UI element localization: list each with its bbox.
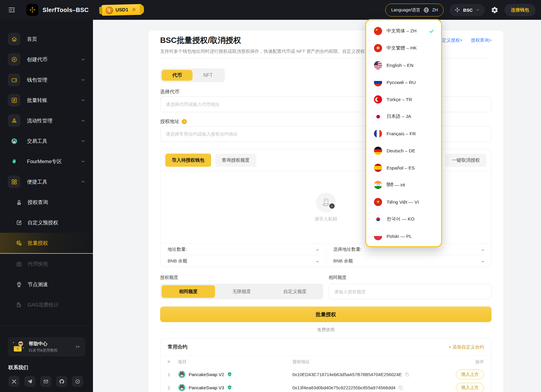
flag-icon (374, 232, 382, 240)
language-option[interactable]: 日本語 – JA (366, 108, 441, 125)
info-icon[interactable]: i (182, 119, 187, 124)
language-option[interactable]: Tiếng Việt — VI (366, 193, 441, 211)
language-option[interactable]: Türkçe – TR (366, 91, 441, 108)
stat-row: BNB 余额 – (333, 255, 484, 267)
language-option-label: 日本語 – JA (387, 113, 411, 120)
add-custom-contract-link[interactable]: + 添加自定义合约 (449, 344, 484, 350)
language-option[interactable]: 中文简体 – ZH (366, 22, 441, 40)
social-link-button[interactable] (8, 376, 19, 387)
language-option[interactable]: 한국어 — KO (366, 211, 441, 228)
chevron-icon (80, 57, 86, 62)
chevron-icon (80, 179, 86, 184)
language-option[interactable]: Русский – RU (366, 74, 441, 91)
fill-above-button[interactable]: 填入上方 (456, 383, 484, 392)
batch-approve-button[interactable]: 批量授权 (160, 307, 492, 322)
stat-row: BNB 余额 – (168, 255, 319, 267)
row-index: 1 (168, 372, 178, 377)
usd1-banner[interactable]: 1 USD1 (101, 4, 142, 16)
copy-icon[interactable] (405, 372, 410, 377)
sidebar-item[interactable]: 创建代币 (0, 49, 93, 70)
approve-query-link[interactable]: 授权查询> (471, 37, 492, 43)
sidebar-item-label: 批量转账 (27, 97, 47, 104)
stat-value: – (316, 259, 318, 264)
allowance-option[interactable]: 自定义额度 (268, 285, 322, 298)
sidebar-item[interactable]: 自定义预授权 (0, 212, 93, 233)
sidebar-item[interactable]: 流动性管理 (0, 110, 93, 131)
tab[interactable]: 代币 (162, 70, 193, 81)
sidebar-item-icon (8, 53, 20, 66)
help-texts: 帮助中心 白皮书&使用教程 (29, 341, 58, 353)
chevron-icon (80, 118, 86, 123)
usd1-label: USD1 (115, 7, 128, 13)
connect-wallet-button[interactable]: 连接钱包 (504, 4, 536, 16)
settings-button[interactable] (491, 6, 498, 14)
flag-icon (374, 130, 382, 138)
sidebar-item[interactable]: 代币快照 (0, 254, 93, 274)
import-wallets-button[interactable]: 导入待授权钱包 (165, 154, 211, 167)
social-link-button[interactable] (56, 376, 67, 387)
language-code: ZH (432, 7, 438, 12)
table-row: 2 PancakeSwap V3 0x13f4ea83d0bd40e75c822… (160, 381, 491, 392)
sidebar-item[interactable]: 首页 (0, 29, 93, 49)
revoke-all-button[interactable]: 一键取消授权 (445, 154, 486, 167)
sidebar-item[interactable]: 批量转账 (0, 90, 93, 110)
sidebar-item[interactable]: 交易工具 (0, 131, 93, 151)
sidebar-item-icon (8, 114, 20, 127)
sidebar-item[interactable]: FourMeme专区 (0, 151, 93, 172)
sidebar-item-icon (16, 199, 22, 205)
stat-label: 选择地址数量: (333, 247, 362, 252)
social-link-button[interactable] (72, 376, 83, 387)
stat-value: – (316, 247, 318, 252)
help-center-card[interactable]: 帮助中心 白皮书&使用教程 (8, 337, 85, 356)
network-selector[interactable]: BSC (450, 4, 485, 16)
stat-row: 地址数量: – (168, 244, 319, 255)
sidebar-item[interactable]: 节点测速 (0, 274, 93, 295)
language-option-label: Polski — PL (387, 234, 412, 239)
flag-icon (374, 78, 382, 86)
sidebar-item[interactable]: 授权查询 (0, 192, 93, 212)
language-option[interactable]: 中文繁體 – HK (366, 40, 441, 57)
sidebar-item[interactable]: GAS花费统计 (0, 295, 93, 315)
sidebar-item-label: 节点测速 (28, 281, 48, 288)
social-link-button[interactable] (40, 376, 51, 387)
contract-address: 0x13f4ea83d0bd40e75c8222255bc855a974568d… (292, 385, 396, 390)
contracts-title: 常用合约 (168, 344, 187, 350)
language-option[interactable]: Français – FR (366, 125, 441, 142)
mascot-icon (12, 340, 25, 353)
sidebar-collapse-icon[interactable] (8, 6, 16, 14)
common-contracts-box: 常用合约 + 添加自定义合约 # 项目 授权地址 操作 1 PancakeSwa… (160, 338, 492, 392)
language-selector[interactable]: Language/语言 ZH (385, 4, 444, 16)
social-icon (59, 379, 64, 384)
language-option-label: Deutsch – DE (387, 148, 415, 154)
allowance-amount-input[interactable] (329, 284, 492, 299)
topbar-controls: Language/语言 ZH BSC 连接钱包 (385, 4, 536, 16)
allowance-option[interactable]: 相同额度 (162, 285, 215, 298)
language-option[interactable]: English – EN (366, 57, 441, 74)
pancakeswap-avatar (178, 384, 186, 392)
chevron-down-icon (475, 7, 480, 12)
sidebar-item-label: 便捷工具 (27, 178, 47, 185)
language-option[interactable]: हिंदी — HI (366, 176, 441, 193)
sidebar-item[interactable]: 钱包管理 (0, 70, 93, 90)
tab[interactable]: NFT (193, 70, 223, 81)
social-icon (43, 379, 49, 384)
sidebar-item[interactable]: 便捷工具 (0, 172, 93, 192)
copy-icon[interactable] (398, 385, 403, 390)
query-allowance-button[interactable]: 查询授权额度 (215, 154, 256, 167)
badge-icon: ‹ (329, 203, 335, 209)
language-option[interactable]: Deutsch – DE (366, 142, 441, 159)
stat-label: 地址数量: (168, 247, 187, 252)
sidebar-item-icon (8, 73, 20, 86)
language-option[interactable]: Español – ES (366, 159, 441, 176)
sidebar-item-icon (16, 240, 22, 246)
social-link-button[interactable] (24, 376, 35, 387)
project-name: PancakeSwap V2 (189, 372, 224, 377)
fill-above-button[interactable]: 填入上方 (456, 370, 484, 379)
table-row: 1 PancakeSwap V2 0x10ED43C718714eb63d5aA… (160, 368, 491, 381)
allowance-option[interactable]: 无限额度 (215, 285, 268, 298)
language-option[interactable]: Polski — PL (366, 228, 441, 245)
chevron-icon (80, 159, 86, 164)
help-subtitle: 白皮书&使用教程 (29, 348, 58, 353)
sidebar-item[interactable]: 批量授权 (0, 233, 93, 254)
language-option-label: 中文简体 – ZH (387, 28, 417, 34)
